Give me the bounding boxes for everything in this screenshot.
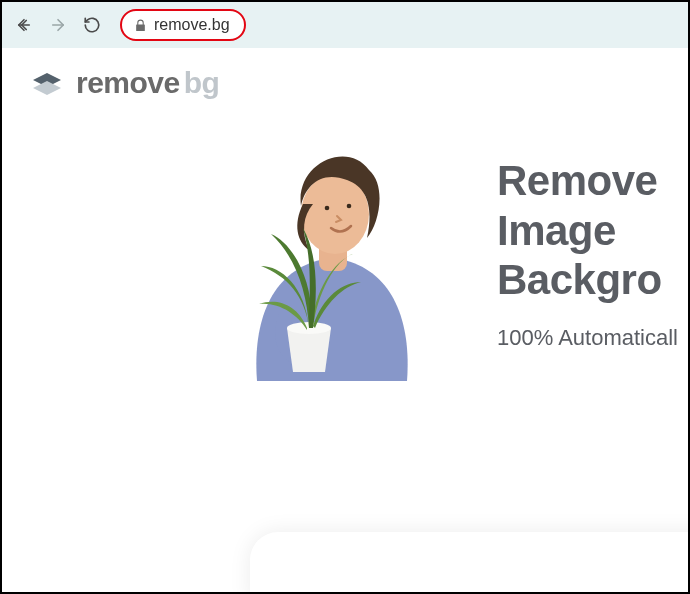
hero-title: Remove Image Backgro	[497, 156, 678, 305]
site-logo[interactable]: removebg	[2, 48, 688, 118]
back-button[interactable]	[10, 11, 38, 39]
arrow-left-icon	[15, 16, 33, 34]
url-text: remove.bg	[154, 16, 230, 34]
hero-title-line1: Remove	[497, 156, 678, 206]
reload-button[interactable]	[78, 11, 106, 39]
logo-text: removebg	[76, 66, 219, 100]
hero-image	[197, 146, 467, 381]
page-content: removebg	[2, 48, 688, 592]
hero-copy: Remove Image Backgro 100% Automaticall	[497, 146, 678, 351]
hero-subtitle: 100% Automaticall	[497, 325, 678, 351]
reload-icon	[83, 16, 101, 34]
svg-point-3	[325, 206, 330, 211]
hero-title-line3: Backgro	[497, 255, 678, 305]
svg-point-4	[347, 204, 352, 209]
address-bar[interactable]: remove.bg	[120, 9, 246, 41]
logo-word-remove: remove	[76, 66, 180, 99]
browser-toolbar: remove.bg	[2, 2, 688, 48]
lock-icon	[134, 19, 147, 32]
upload-card[interactable]	[250, 532, 688, 592]
person-with-plant-icon	[197, 146, 467, 381]
logo-icon	[30, 69, 64, 97]
logo-word-bg: bg	[184, 66, 220, 99]
hero-title-line2: Image	[497, 206, 678, 256]
forward-button[interactable]	[44, 11, 72, 39]
arrow-right-icon	[49, 16, 67, 34]
hero-section: Remove Image Backgro 100% Automaticall	[2, 146, 688, 381]
